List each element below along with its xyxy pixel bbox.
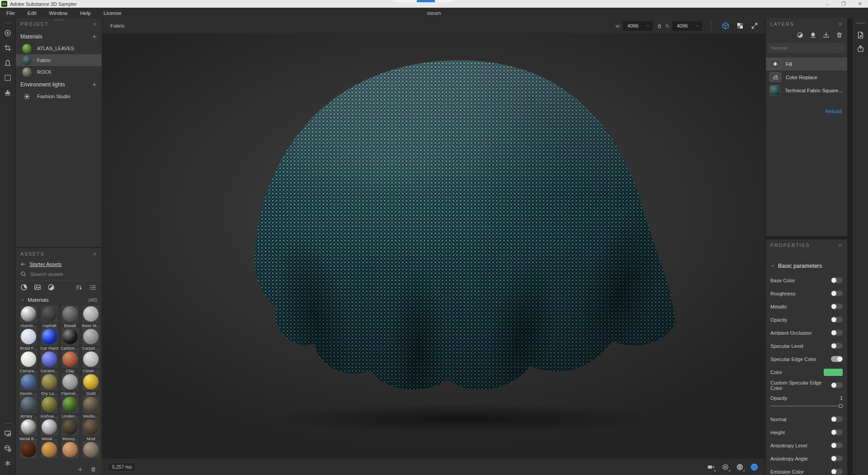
material-tile[interactable] xyxy=(61,305,79,323)
material-tile[interactable] xyxy=(20,418,37,436)
opacity-toggle[interactable] xyxy=(831,317,843,323)
specular-edge-color-toggle[interactable] xyxy=(831,356,843,362)
marquee-icon[interactable] xyxy=(1,71,14,85)
crop-icon[interactable] xyxy=(1,41,14,55)
height-select[interactable]: 4096 xyxy=(672,21,702,31)
basic-parameters-label[interactable]: Basic parameters xyxy=(778,263,822,269)
asset-material-car-paint[interactable]: Car Paint xyxy=(40,328,58,351)
close-icon[interactable] xyxy=(838,22,843,27)
document-edit-icon[interactable] xyxy=(854,29,866,41)
asset-material-asphalt[interactable]: Asphalt xyxy=(40,305,58,328)
starter-assets-breadcrumb[interactable]: Starter Assets xyxy=(16,260,102,268)
export-icon[interactable] xyxy=(854,43,866,54)
stamp-icon[interactable] xyxy=(1,86,14,100)
asset-material-linden[interactable]: Linden... xyxy=(61,396,79,418)
globe-icon[interactable] xyxy=(734,461,745,472)
list-view-icon[interactable] xyxy=(90,284,97,292)
asset-material-clay[interactable]: Clay xyxy=(61,351,79,373)
add-icon[interactable] xyxy=(92,34,97,39)
anisotropy-angle-toggle[interactable] xyxy=(831,456,843,461)
maximize-button[interactable]: ❐ xyxy=(835,0,852,8)
material-tile[interactable] xyxy=(82,351,99,368)
menu-help[interactable]: Help xyxy=(74,8,97,18)
asset-material-carpet[interactable]: Carpet ... xyxy=(82,328,100,351)
asset-material-jersey[interactable]: Jersey ... xyxy=(19,396,38,418)
close-icon[interactable] xyxy=(92,252,97,256)
project-item-rock[interactable]: ROCK xyxy=(16,66,102,78)
search-input[interactable] xyxy=(30,271,89,277)
material-tile[interactable] xyxy=(41,373,58,390)
asset-material-basalt[interactable]: Basalt xyxy=(61,305,79,328)
add-icon[interactable] xyxy=(92,82,97,87)
specular-level-toggle[interactable] xyxy=(831,343,843,349)
images-filter-icon[interactable] xyxy=(34,284,42,292)
material-tile[interactable] xyxy=(82,418,99,436)
adjustment-icon[interactable] xyxy=(797,32,804,39)
asset-material-mediu[interactable]: Mediu... xyxy=(82,396,100,418)
sort-icon[interactable] xyxy=(75,284,83,292)
material-tile[interactable] xyxy=(20,305,37,323)
asset-material-partial[interactable] xyxy=(19,441,38,463)
asset-material-mossy[interactable]: Mossy... xyxy=(61,418,79,441)
layer-fill[interactable]: Fill xyxy=(766,57,847,71)
ambient-occlusion-toggle[interactable] xyxy=(831,330,843,336)
material-tile[interactable] xyxy=(41,396,58,413)
delete-asset-button[interactable] xyxy=(90,466,96,472)
chevron-down-icon[interactable] xyxy=(770,264,778,268)
material-ball-icon[interactable] xyxy=(749,461,760,472)
asset-material-flannel[interactable]: Flannel... xyxy=(61,373,79,396)
reload-link[interactable]: Reload xyxy=(826,109,842,114)
layer-color-replace[interactable]: Color Replace xyxy=(766,71,847,84)
material-tile[interactable] xyxy=(61,396,79,413)
import-icon[interactable] xyxy=(823,32,830,39)
material-tile[interactable] xyxy=(82,305,99,323)
environment-icon[interactable] xyxy=(720,461,731,472)
material-tile[interactable] xyxy=(61,441,79,458)
mask-icon[interactable] xyxy=(810,32,817,39)
material-tile[interactable] xyxy=(82,328,99,345)
material-tile[interactable] xyxy=(41,441,58,458)
minimize-button[interactable]: – xyxy=(819,0,835,8)
material-tile[interactable] xyxy=(20,328,37,345)
view-2d-icon[interactable] xyxy=(734,20,746,32)
menu-window[interactable]: Window xyxy=(42,8,74,18)
emission-color-toggle[interactable] xyxy=(831,469,843,475)
material-tile[interactable] xyxy=(82,396,99,413)
asset-material-joshua[interactable]: Joshua ... xyxy=(40,396,58,418)
material-tile[interactable] xyxy=(20,351,37,368)
normal-toggle[interactable] xyxy=(831,416,843,422)
substances-filter-icon[interactable] xyxy=(47,284,56,292)
material-tile[interactable] xyxy=(20,373,37,390)
view-3d-icon[interactable] xyxy=(720,20,731,32)
height-toggle[interactable] xyxy=(831,429,843,435)
viewport-tab[interactable]: Fabric xyxy=(102,23,133,28)
project-item-fabric[interactable]: Fabric xyxy=(16,54,102,66)
layer-technical-fabric-square-armor[interactable]: Technical Fabric Square Armor xyxy=(766,84,847,97)
trash-icon[interactable] xyxy=(836,32,844,39)
material-tile[interactable] xyxy=(61,351,79,368)
asset-material-partial[interactable] xyxy=(40,441,58,463)
project-item-fashion-studio[interactable]: Fashion Studio xyxy=(16,90,102,102)
material-tile[interactable] xyxy=(41,351,58,368)
menu-license[interactable]: License xyxy=(97,8,128,18)
asset-material-mud[interactable]: Mud xyxy=(82,418,100,441)
material-tile[interactable] xyxy=(20,396,37,413)
chevron-down-icon[interactable] xyxy=(20,298,25,302)
asset-material-dry-la[interactable]: Dry La... xyxy=(40,373,58,396)
starter-assets-link[interactable]: Starter Assets xyxy=(29,261,62,267)
material-tile[interactable] xyxy=(61,328,79,345)
metallic-toggle[interactable] xyxy=(831,304,843,309)
blend-mode-select[interactable]: Normal xyxy=(768,43,845,53)
anisotropy-level-toggle[interactable] xyxy=(831,442,843,448)
width-select[interactable]: 4096 xyxy=(623,21,653,31)
materials-group-label[interactable]: Materials xyxy=(28,297,49,303)
material-tile[interactable] xyxy=(41,418,58,436)
expand-icon[interactable] xyxy=(749,20,760,32)
viewer-settings-icon[interactable] xyxy=(1,442,14,455)
camera-icon[interactable] xyxy=(705,461,716,472)
project-item-atlas-leaves[interactable]: ATLAS_LEAVES xyxy=(16,43,102,54)
material-tile[interactable] xyxy=(61,418,79,436)
viewport-3d[interactable] xyxy=(102,33,765,459)
opacity-slider[interactable] xyxy=(770,404,843,409)
asset-material-gold[interactable]: Gold xyxy=(82,373,100,396)
